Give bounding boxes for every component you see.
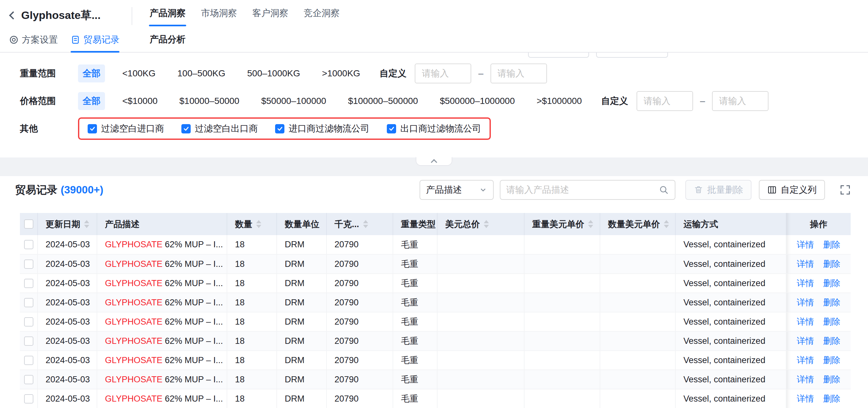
detail-link[interactable]: 详情 [797, 259, 814, 269]
cell-usd-per-quantity [600, 293, 675, 312]
col-kilograms[interactable]: 千克... [327, 213, 393, 235]
col-usd-total[interactable]: 美元总价 [437, 213, 524, 235]
price-option-10000-50000[interactable]: $10000–50000 [175, 93, 244, 109]
col-update-date[interactable]: 更新日期 [37, 213, 97, 235]
weight-option-all[interactable]: 全部 [78, 65, 105, 82]
tab-product-insight[interactable]: 产品洞察 [150, 7, 186, 19]
weight-option-500-1000[interactable]: 500–1000KG [243, 65, 305, 81]
nav-label: 方案设置 [22, 34, 58, 46]
nav-item-trade-records[interactable]: 贸易记录 [71, 34, 119, 46]
delete-link[interactable]: 删除 [823, 355, 840, 365]
cell-kilograms: 20790 [327, 331, 393, 350]
highlighted-keyword: GLYPHOSATE [105, 298, 162, 307]
price-min-input[interactable] [637, 91, 693, 111]
price-option-500000-1000000[interactable]: $500000–1000000 [435, 93, 519, 109]
checkbox-checked-icon [88, 124, 97, 133]
subtab-product-analysis[interactable]: 产品分析 [150, 33, 186, 45]
cell-usd-per-weight [524, 331, 600, 350]
sort-icon[interactable] [484, 220, 489, 228]
row-checkbox[interactable] [24, 317, 33, 327]
table-row: 2024-05-03 GLYPHOSATE 62% MUP – I... 18 … [20, 254, 851, 274]
cell-update-date: 2024-05-03 [37, 312, 97, 331]
detail-link[interactable]: 详情 [797, 375, 814, 384]
tab-market-insight[interactable]: 市场洞察 [201, 7, 237, 19]
col-quantity[interactable]: 数量 [227, 213, 277, 235]
delete-link[interactable]: 删除 [823, 278, 840, 288]
weight-min-input[interactable] [415, 64, 471, 83]
detail-link[interactable]: 详情 [797, 394, 814, 404]
search-icon[interactable] [659, 185, 669, 195]
row-checkbox[interactable] [24, 356, 33, 365]
delete-link[interactable]: 删除 [823, 259, 840, 269]
delete-link[interactable]: 删除 [823, 394, 840, 404]
sort-icon[interactable] [84, 220, 89, 228]
weight-filter-row: 重量范围 全部 <100KG 100–500KG 500–1000KG >100… [20, 64, 868, 83]
price-max-input[interactable] [712, 91, 769, 111]
checkbox-exporter-filter-logistics[interactable]: 出口商过滤物流公司 [387, 123, 481, 135]
delete-link[interactable]: 删除 [823, 375, 840, 384]
row-checkbox[interactable] [24, 260, 33, 269]
row-checkbox[interactable] [24, 337, 33, 346]
header-subnav: 方案设置 贸易记录 [9, 31, 132, 49]
cell-quantity: 18 [227, 350, 277, 370]
detail-link[interactable]: 详情 [797, 298, 814, 307]
sort-icon[interactable] [363, 220, 368, 228]
weight-option-100-500[interactable]: 100–500KG [173, 65, 230, 81]
custom-columns-button[interactable]: 自定义列 [759, 180, 825, 200]
cell-kilograms: 20790 [327, 350, 393, 370]
filter-panel: 重量范围 全部 <100KG 100–500KG 500–1000KG >100… [0, 53, 868, 158]
detail-link[interactable]: 详情 [797, 240, 814, 249]
delete-link[interactable]: 删除 [823, 298, 840, 307]
row-checkbox[interactable] [24, 375, 33, 384]
cell-quantity: 18 [227, 274, 277, 293]
detail-link[interactable]: 详情 [797, 317, 814, 327]
checkbox-filter-blank-importer[interactable]: 过滤空白进口商 [88, 123, 164, 135]
back-icon[interactable] [9, 11, 17, 19]
fullscreen-icon[interactable] [840, 184, 851, 195]
weight-option-lt100[interactable]: <100KG [118, 65, 160, 81]
table-body: 2024-05-03 GLYPHOSATE 62% MUP – I... 18 … [20, 235, 851, 408]
delete-link[interactable]: 删除 [823, 336, 840, 346]
detail-link[interactable]: 详情 [797, 278, 814, 288]
nav-item-scheme-settings[interactable]: 方案设置 [9, 34, 58, 46]
row-checkbox[interactable] [24, 279, 33, 288]
collapse-filter-tab[interactable] [416, 157, 452, 166]
col-usd-per-quantity[interactable]: 数量美元单价 [600, 213, 675, 235]
select-all-checkbox[interactable] [24, 219, 33, 229]
document-icon [71, 35, 80, 44]
price-filter-label: 价格范围 [20, 95, 78, 107]
price-option-100000-500000[interactable]: $100000–500000 [343, 93, 423, 109]
sort-icon[interactable] [256, 220, 261, 228]
trash-icon [694, 185, 703, 195]
checkbox-importer-filter-logistics[interactable]: 进口商过滤物流公司 [275, 123, 370, 135]
cell-update-date: 2024-05-03 [37, 389, 97, 408]
row-checkbox[interactable] [24, 240, 33, 249]
weight-option-gt1000[interactable]: >1000KG [317, 65, 365, 81]
cell-kilograms: 20790 [327, 274, 393, 293]
row-checkbox[interactable] [24, 394, 33, 404]
table-row: 2024-05-03 GLYPHOSATE 62% MUP – I... 18 … [20, 293, 851, 312]
search-type-select[interactable]: 产品描述 [420, 180, 494, 200]
detail-link[interactable]: 详情 [797, 336, 814, 346]
detail-link[interactable]: 详情 [797, 355, 814, 365]
sort-icon[interactable] [664, 220, 669, 228]
row-checkbox[interactable] [24, 298, 33, 307]
price-option-50000-100000[interactable]: $50000–100000 [257, 93, 331, 109]
sort-icon[interactable] [588, 220, 593, 228]
price-option-all[interactable]: 全部 [78, 92, 105, 110]
weight-max-input[interactable] [491, 64, 547, 83]
price-option-gt1000000[interactable]: >$1000000 [532, 93, 587, 109]
col-usd-per-weight[interactable]: 重量美元单价 [524, 213, 600, 235]
delete-link[interactable]: 删除 [823, 317, 840, 327]
tab-customer-insight[interactable]: 客户洞察 [252, 7, 288, 19]
search-input[interactable] [506, 185, 659, 195]
batch-delete-button[interactable]: 批量删除 [685, 180, 751, 200]
cell-quantity: 18 [227, 312, 277, 331]
cell-usd-per-weight [524, 274, 600, 293]
delete-link[interactable]: 删除 [823, 240, 840, 249]
price-option-lt10000[interactable]: <$10000 [118, 93, 162, 109]
tab-competitor-insight[interactable]: 竞企洞察 [304, 7, 340, 19]
checkbox-filter-blank-exporter[interactable]: 过滤空白出口商 [181, 123, 258, 135]
cell-usd-per-quantity [600, 389, 675, 408]
cell-quantity-unit: DRM [277, 350, 327, 370]
